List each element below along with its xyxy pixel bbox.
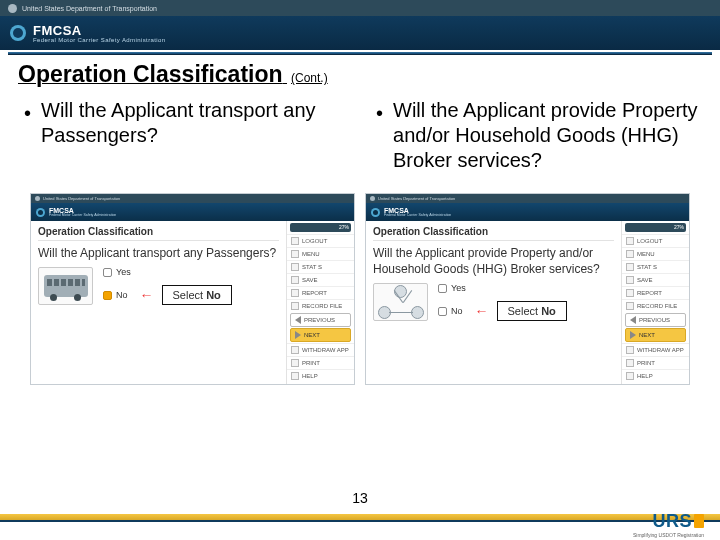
side-withdraw[interactable]: WITHDRAW APP <box>287 343 354 356</box>
mini-usdot-label: United States Department of Transportati… <box>43 196 120 201</box>
radio-no[interactable]: No ← Select No <box>103 285 232 305</box>
side-menu[interactable]: MENU <box>287 247 354 260</box>
fmcsa-logo-icon <box>371 208 380 217</box>
side-help[interactable]: HELP <box>287 369 354 382</box>
bullet-right: • Will the Applicant provide Property an… <box>370 98 702 173</box>
sidebar: 27% LOGOUT MENU STAT S SAVE REPORT RECOR… <box>286 221 354 384</box>
radio-yes-label: Yes <box>451 283 466 293</box>
footer-band <box>0 514 720 522</box>
seal-icon <box>8 4 17 13</box>
fmcsa-title: FMCSA <box>33 24 166 37</box>
bullet-left: • Will the Applicant transport any Passe… <box>18 98 350 173</box>
bullet-icon: • <box>376 101 383 173</box>
fmcsa-header: FMCSA Federal Motor Carrier Safety Admin… <box>0 16 720 50</box>
side-previous[interactable]: PREVIOUS <box>625 313 686 327</box>
radio-no[interactable]: No ← Select No <box>438 301 567 321</box>
side-save[interactable]: SAVE <box>287 273 354 286</box>
heading-cont: (Cont.) <box>291 71 328 85</box>
radio-yes[interactable]: Yes <box>438 283 567 293</box>
arrow-icon: ← <box>475 304 489 318</box>
seal-icon <box>35 196 40 201</box>
question-right: Will the Applicant provide Property and/… <box>373 245 614 277</box>
fmcsa-sub: Federal Motor Carrier Safety Administrat… <box>33 37 166 43</box>
radio-no-label: No <box>116 290 128 300</box>
screenshot-right: United States Department of Transportati… <box>365 193 690 385</box>
side-logout[interactable]: LOGOUT <box>287 234 354 247</box>
page-number: 13 <box>0 490 720 506</box>
side-report[interactable]: REPORT <box>622 286 689 299</box>
urs-name: URS <box>652 511 692 531</box>
urs-tagline: Simplifying USDOT Registration <box>633 532 704 538</box>
side-menu[interactable]: MENU <box>622 247 689 260</box>
mini-brand-sub: Federal Motor Carrier Safety Administrat… <box>384 214 451 218</box>
fmcsa-logo-icon <box>36 208 45 217</box>
usdot-label: United States Department of Transportati… <box>22 5 157 12</box>
callout-select-no: Select No <box>497 301 567 321</box>
usdot-strip: United States Department of Transportati… <box>0 0 720 16</box>
section-title: Operation Classification <box>38 226 279 241</box>
slide-title: Operation Classification (Cont.) <box>18 61 702 88</box>
radio-no-label: No <box>451 306 463 316</box>
progress-badge: 27% <box>625 223 686 232</box>
side-record-file[interactable]: RECORD FILE <box>622 299 689 312</box>
side-save[interactable]: SAVE <box>622 273 689 286</box>
side-next[interactable]: NEXT <box>290 328 351 342</box>
urs-box-icon <box>694 514 704 528</box>
fmcsa-logo-icon <box>10 25 26 41</box>
side-print[interactable]: PRINT <box>622 356 689 369</box>
side-previous[interactable]: PREVIOUS <box>290 313 351 327</box>
side-help[interactable]: HELP <box>622 369 689 382</box>
bullet-left-text: Will the Applicant transport any Passeng… <box>41 98 350 173</box>
arrow-icon: ← <box>140 288 154 302</box>
bus-illustration <box>38 267 93 305</box>
side-stats[interactable]: STAT S <box>287 260 354 273</box>
radio-yes[interactable]: Yes <box>103 267 232 277</box>
mini-brand-sub: Federal Motor Carrier Safety Administrat… <box>49 214 116 218</box>
side-next[interactable]: NEXT <box>625 328 686 342</box>
screenshot-left: United States Department of Transportati… <box>30 193 355 385</box>
bullet-right-text: Will the Applicant provide Property and/… <box>393 98 702 173</box>
heading-main: Operation Classification <box>18 61 283 87</box>
seal-icon <box>370 196 375 201</box>
question-left: Will the Applicant transport any Passeng… <box>38 245 279 261</box>
radio-yes-label: Yes <box>116 267 131 277</box>
side-record-file[interactable]: RECORD FILE <box>287 299 354 312</box>
bullet-icon: • <box>24 101 31 173</box>
urs-logo: URS Simplifying USDOT Registration <box>633 511 704 538</box>
section-title: Operation Classification <box>373 226 614 241</box>
mini-usdot-label: United States Department of Transportati… <box>378 196 455 201</box>
side-print[interactable]: PRINT <box>287 356 354 369</box>
progress-badge: 27% <box>290 223 351 232</box>
side-withdraw[interactable]: WITHDRAW APP <box>622 343 689 356</box>
side-stats[interactable]: STAT S <box>622 260 689 273</box>
callout-select-no: Select No <box>162 285 232 305</box>
network-illustration <box>373 283 428 321</box>
side-logout[interactable]: LOGOUT <box>622 234 689 247</box>
sidebar: 27% LOGOUT MENU STAT S SAVE REPORT RECOR… <box>621 221 689 384</box>
side-report[interactable]: REPORT <box>287 286 354 299</box>
